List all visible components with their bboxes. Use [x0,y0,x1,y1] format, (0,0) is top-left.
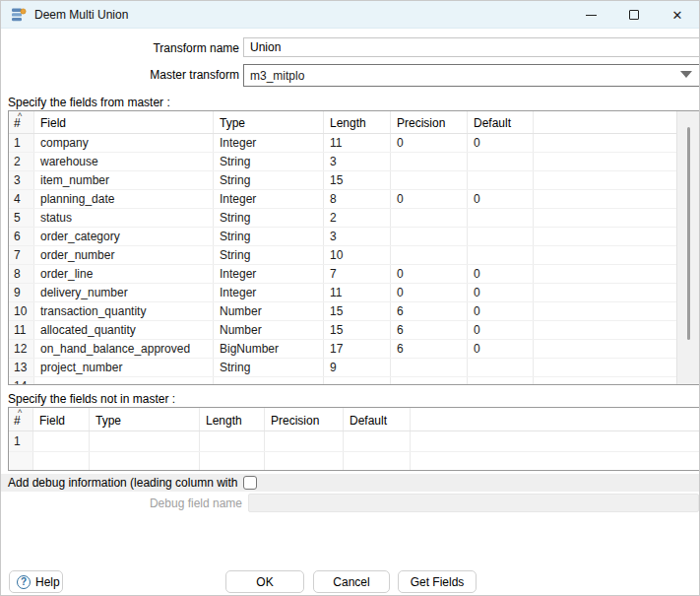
debug-field-name-input[interactable] [248,494,699,512]
cell-field[interactable] [34,377,214,385]
cell-type[interactable]: String [214,228,324,245]
cell-length[interactable]: 17 [324,340,391,358]
cell-default[interactable]: 0 [468,190,534,208]
scrollbar-thumb[interactable] [687,127,690,340]
cell-field[interactable]: item_number [34,171,214,189]
cell-precision[interactable]: 0 [391,190,468,208]
cell-field[interactable]: order_category [34,228,214,245]
cell-default[interactable]: 0 [468,321,534,339]
cell-field[interactable]: allocated_quantity [34,321,214,339]
get-fields-button[interactable]: Get Fields [398,570,477,593]
table-row[interactable]: 4planning_dateInteger800 [9,190,699,209]
cell-precision[interactable]: 6 [391,302,468,320]
column-header-type[interactable]: Type [214,111,324,133]
cell-type[interactable]: Number [214,321,324,339]
cell-precision[interactable] [391,228,468,245]
table-row[interactable]: 2warehouseString3 [9,153,699,171]
cell-default[interactable] [468,209,534,227]
table-row[interactable]: 6order_categoryString3 [9,228,699,246]
table-row[interactable]: 3item_numberString15 [9,171,699,190]
cell-precision[interactable] [391,171,468,189]
cell-type[interactable] [214,377,324,385]
column-header-field[interactable]: Field [33,408,90,430]
cell-field[interactable]: transaction_quantity [34,302,214,320]
cell-type[interactable]: String [214,359,324,376]
cell-row-number[interactable]: 13 [9,359,34,376]
table-row[interactable]: 9delivery_numberInteger1100 [9,284,699,302]
cell-default[interactable]: 0 [468,284,534,301]
cell-field[interactable]: on_hand_balance_approved [34,340,214,358]
master-transform-combo[interactable]: m3_mitplo [243,64,700,87]
cell-row-number[interactable]: 2 [9,153,34,170]
cell-type[interactable]: Integer [214,284,324,301]
cell-type[interactable] [90,431,200,451]
cell-type[interactable]: String [214,209,324,227]
cell-length[interactable]: 15 [324,321,391,339]
cell-row-number[interactable]: 1 [9,134,34,152]
cell-row-number[interactable]: 14 [9,377,34,385]
column-header-length[interactable]: Length [324,111,391,133]
help-button[interactable]: ? Help [9,570,63,593]
cell-precision[interactable] [391,153,468,170]
cell-type[interactable]: String [214,246,324,264]
cell-row-number[interactable]: 11 [9,321,34,339]
cell-field[interactable]: delivery_number [34,284,214,301]
cell-type[interactable]: Integer [214,265,324,283]
cell-length[interactable]: 15 [324,302,391,320]
cell-length[interactable]: 10 [324,246,391,264]
cell-field[interactable]: order_number [34,246,214,264]
cell-length[interactable]: 3 [324,228,391,245]
cell-type[interactable]: Number [214,302,324,320]
cell-field[interactable] [33,431,90,451]
table-row[interactable]: 7order_numberString10 [9,246,699,265]
cell-row-number[interactable]: 4 [9,190,34,208]
cell-length[interactable]: 8 [324,190,391,208]
cell-field[interactable]: company [34,134,214,152]
table-row[interactable]: 11allocated_quantityNumber1560 [9,321,699,340]
transform-name-input[interactable] [243,37,700,57]
cell-default[interactable] [468,359,534,376]
cell-type[interactable]: BigNumber [214,340,324,358]
cell-type[interactable]: Integer [214,190,324,208]
column-header-length[interactable]: Length [200,408,265,430]
column-header-default[interactable]: Default [468,111,534,133]
cell-field[interactable]: warehouse [34,153,214,170]
cell-default[interactable]: 0 [468,265,534,283]
cell-default[interactable] [468,246,534,264]
cell-precision[interactable] [391,246,468,264]
table-row[interactable]: 14 [9,377,699,385]
cell-length[interactable] [200,431,265,451]
cell-precision[interactable]: 6 [391,321,468,339]
vertical-scrollbar[interactable] [676,111,699,384]
column-header-precision[interactable]: Precision [391,111,468,133]
cell-row-number[interactable]: 1 [9,431,33,451]
cell-default[interactable] [468,228,534,245]
cancel-button[interactable]: Cancel [313,570,390,593]
cell-precision[interactable]: 0 [391,265,468,283]
cell-length[interactable] [324,377,391,385]
cell-type[interactable]: String [214,171,324,189]
cell-precision[interactable]: 6 [391,340,468,358]
cell-row-number[interactable]: 12 [9,340,34,358]
column-header-precision[interactable]: Precision [265,408,344,430]
cell-row-number[interactable]: 10 [9,302,34,320]
cell-default[interactable] [344,431,411,451]
cell-length[interactable]: 2 [324,209,391,227]
cell-field[interactable]: order_line [34,265,214,283]
table-row[interactable]: 5statusString2 [9,209,699,228]
cell-row-number[interactable]: 3 [9,171,34,189]
cell-default[interactable] [468,377,534,385]
cell-type[interactable]: Integer [214,134,324,152]
table-row[interactable]: 13project_numberString9 [9,359,699,377]
cell-length[interactable]: 3 [324,153,391,170]
cell-default[interactable]: 0 [468,340,534,358]
cell-default[interactable]: 0 [468,302,534,320]
table-row[interactable]: 8order_lineInteger700 [9,265,699,284]
chevron-down-icon[interactable] [680,71,692,78]
ok-button[interactable]: OK [225,570,304,593]
close-button[interactable]: ✕ [656,1,699,29]
cell-precision[interactable] [391,209,468,227]
add-debug-checkbox[interactable] [243,476,257,490]
maximize-button[interactable] [612,1,656,29]
table-row[interactable]: 10transaction_quantityNumber1560 [9,302,699,321]
